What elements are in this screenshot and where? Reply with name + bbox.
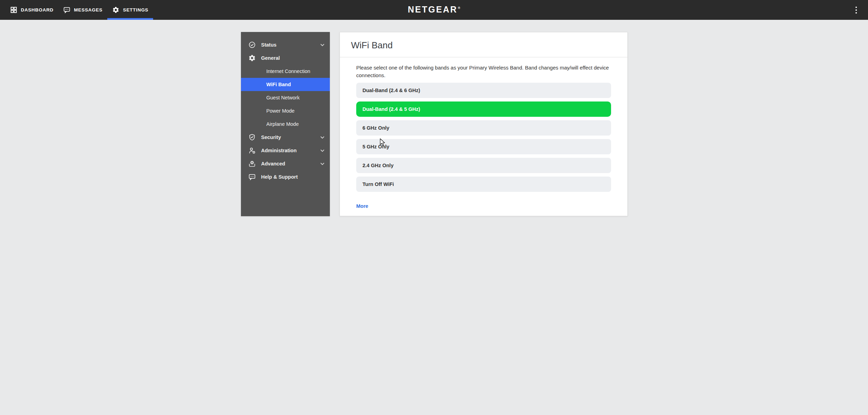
option-dual-band-2-4-and-5-ghz[interactable]: Dual-Band (2.4 & 5 GHz): [356, 101, 611, 117]
tab-messages[interactable]: MESSAGES: [58, 0, 107, 20]
nav-tabs: DASHBOARD MESSAGES: [5, 0, 153, 20]
option-label: 5 GHz Only: [362, 144, 389, 149]
logo-text: NETGEAR: [408, 5, 458, 14]
chevron-down-icon: [320, 148, 325, 153]
band-options-list: Dual-Band (2.4 & 6 GHz) Dual-Band (2.4 &…: [356, 83, 611, 192]
option-label: Turn Off WiFi: [362, 181, 394, 187]
description-line-1: Please select one of the following bands…: [356, 64, 611, 72]
description-text: Please select one of the following bands…: [356, 64, 611, 79]
sidebar-item-help-support[interactable]: Help & Support: [241, 170, 330, 184]
grid-icon: [10, 6, 17, 14]
chevron-down-icon: [320, 135, 325, 140]
tab-dashboard[interactable]: DASHBOARD: [5, 0, 58, 20]
sidebar-item-label: Guest Network: [266, 95, 300, 100]
sidebar-item-label: Power Mode: [266, 108, 294, 114]
page-title: WiFi Band: [351, 40, 616, 50]
message-icon: [63, 6, 70, 14]
chevron-down-icon: [320, 43, 325, 47]
sidebar-item-label: Status: [261, 42, 276, 48]
user-gear-icon: [248, 147, 256, 154]
netgear-logo: NETGEAR®: [408, 5, 460, 15]
wifi-band-card: WiFi Band Please select one of the follo…: [340, 32, 628, 216]
registered-mark: ®: [458, 7, 460, 10]
sidebar-item-wifi-band[interactable]: WiFi Band: [241, 78, 330, 91]
option-2-4-ghz-only[interactable]: 2.4 GHz Only: [356, 158, 611, 173]
sidebar-item-label: WiFi Band: [266, 82, 291, 87]
tab-settings[interactable]: SETTINGS: [107, 0, 153, 20]
gear-tray-icon: [248, 160, 256, 168]
shield-check-icon: [248, 133, 256, 141]
description-line-2: connections.: [356, 72, 611, 79]
chevron-down-icon: [320, 162, 325, 166]
sidebar-item-internet-connection[interactable]: Internet Connection: [241, 65, 330, 78]
option-label: Dual-Band (2.4 & 5 GHz): [362, 106, 420, 112]
sidebar-item-label: Administration: [261, 148, 297, 153]
sidebar-item-label: Airplane Mode: [266, 121, 299, 127]
more-link[interactable]: More: [356, 203, 368, 209]
settings-sidebar: Status General Internet Connection: [241, 32, 330, 216]
chat-bubble-icon: [248, 173, 256, 181]
content-area: Status General Internet Connection: [241, 32, 628, 216]
tab-label: SETTINGS: [123, 7, 148, 13]
sidebar-item-administration[interactable]: Administration: [241, 144, 330, 157]
sidebar-item-airplane-mode[interactable]: Airplane Mode: [241, 117, 330, 131]
sidebar-item-power-mode[interactable]: Power Mode: [241, 104, 330, 117]
top-nav: DASHBOARD MESSAGES: [0, 0, 868, 20]
option-6-ghz-only[interactable]: 6 GHz Only: [356, 120, 611, 136]
sidebar-item-status[interactable]: Status: [241, 38, 330, 51]
card-header: WiFi Band: [340, 32, 627, 57]
option-label: 2.4 GHz Only: [362, 163, 393, 168]
app-root: DASHBOARD MESSAGES: [0, 0, 868, 415]
sidebar-item-guest-network[interactable]: Guest Network: [241, 91, 330, 104]
sidebar-item-label: Internet Connection: [266, 68, 310, 74]
tab-label: DASHBOARD: [21, 7, 53, 13]
sidebar-item-label: Advanced: [261, 161, 285, 166]
gear-icon: [112, 6, 119, 14]
sidebar-item-label: General: [261, 55, 280, 61]
tab-label: MESSAGES: [74, 7, 102, 13]
sidebar-item-advanced[interactable]: Advanced: [241, 157, 330, 170]
kebab-menu-icon[interactable]: [853, 6, 860, 14]
check-circle-icon: [248, 41, 256, 49]
sidebar-item-label: Security: [261, 135, 281, 140]
sidebar-item-label: Help & Support: [261, 174, 298, 180]
option-label: 6 GHz Only: [362, 125, 389, 131]
option-turn-off-wifi[interactable]: Turn Off WiFi: [356, 177, 611, 192]
option-label: Dual-Band (2.4 & 6 GHz): [362, 88, 420, 93]
option-5-ghz-only[interactable]: 5 GHz Only: [356, 139, 611, 154]
sidebar-item-general[interactable]: General: [241, 51, 330, 65]
card-body: Please select one of the following bands…: [340, 57, 627, 216]
gear-icon: [248, 54, 256, 62]
option-dual-band-2-4-and-6-ghz[interactable]: Dual-Band (2.4 & 6 GHz): [356, 83, 611, 98]
sidebar-item-security[interactable]: Security: [241, 131, 330, 144]
